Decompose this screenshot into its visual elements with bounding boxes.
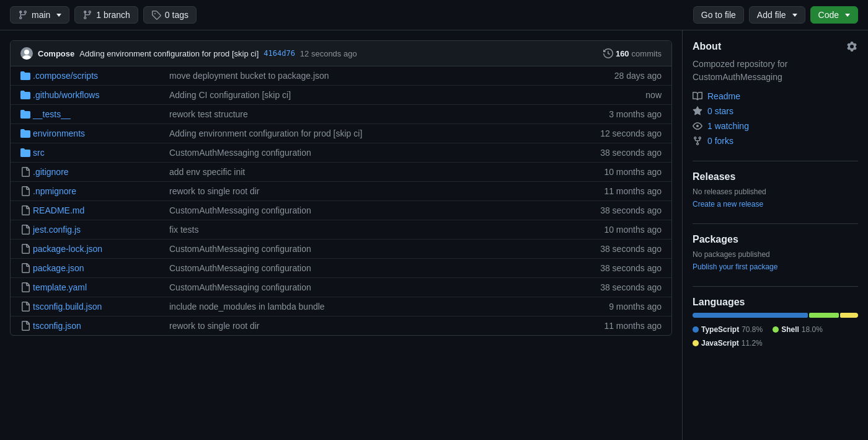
file-time: 10 months ago — [581, 167, 662, 177]
table-row: .compose/scriptsmove deployment bucket t… — [11, 66, 671, 86]
table-row: __tests__rework test structure3 months a… — [11, 105, 671, 124]
language-bar — [693, 313, 858, 318]
star-icon — [693, 106, 702, 116]
commit-author[interactable]: Compose — [38, 49, 74, 58]
file-commit-message: Adding CI configuration [skip ci] — [169, 90, 581, 100]
watching-meta: 1 watching — [693, 121, 858, 131]
branch-count-label: 1 branch — [96, 10, 130, 20]
releases-no-text: No releases published — [693, 187, 858, 196]
languages-title: Languages — [693, 297, 858, 308]
file-name[interactable]: tsconfig.json — [33, 321, 169, 331]
file-name[interactable]: .compose/scripts — [33, 71, 169, 81]
language-item: Shell 18.0% — [773, 325, 823, 334]
file-time: 38 seconds ago — [581, 148, 662, 158]
language-bar-segment — [809, 313, 838, 318]
file-commit-message: rework to single root dir — [169, 186, 581, 196]
readme-link[interactable]: Readme — [707, 91, 740, 101]
file-time: 12 seconds ago — [581, 128, 662, 138]
commit-message: Adding environment configuration for pro… — [79, 49, 259, 58]
file-commit-message: rework test structure — [169, 109, 581, 119]
language-list: TypeScript 70.8% Shell 18.0% JavaScript … — [693, 325, 858, 348]
tag-count-btn[interactable]: 0 tags — [143, 6, 197, 24]
branch-count-btn[interactable]: 1 branch — [74, 6, 138, 24]
file-name[interactable]: environments — [33, 128, 169, 138]
file-time: now — [581, 90, 662, 100]
file-time: 3 months ago — [581, 109, 662, 119]
table-row: .npmignorerework to single root dir11 mo… — [11, 182, 671, 201]
divider-2 — [693, 223, 858, 224]
history-icon — [603, 48, 613, 58]
file-icon — [20, 167, 33, 177]
sidebar: About Compozed repository for CustomAuth… — [682, 30, 868, 440]
file-commit-message: CustomAuthMessaging configuration — [169, 244, 581, 254]
create-release-link[interactable]: Create a new release — [693, 200, 763, 209]
table-row: package.jsonCustomAuthMessaging configur… — [11, 259, 671, 278]
lang-pct: 18.0% — [802, 325, 823, 334]
commits-label: commits — [632, 49, 662, 58]
file-icon — [20, 225, 33, 235]
content-area: Compose Adding environment configuration… — [0, 30, 868, 440]
main-panel: Compose Adding environment configuration… — [0, 30, 682, 440]
table-row: tsconfig.jsonrework to single root dir11… — [11, 317, 671, 335]
go-to-file-button[interactable]: Go to file — [693, 6, 744, 24]
file-commit-message: add env specific init — [169, 167, 581, 177]
file-name[interactable]: jest.config.js — [33, 225, 169, 235]
file-icon — [20, 282, 33, 292]
file-time: 38 seconds ago — [581, 244, 662, 254]
file-time: 38 seconds ago — [581, 205, 662, 215]
file-name[interactable]: .github/workflows — [33, 90, 169, 100]
folder-icon — [20, 128, 33, 138]
lang-name: TypeScript — [701, 325, 739, 334]
file-name[interactable]: package-lock.json — [33, 244, 169, 254]
commit-bar: Compose Adding environment configuration… — [11, 41, 671, 66]
tag-icon — [151, 10, 161, 20]
packages-no-text: No packages published — [693, 250, 858, 259]
folder-icon — [20, 90, 33, 100]
publish-package-link[interactable]: Publish your first package — [693, 263, 777, 271]
file-commit-message: CustomAuthMessaging configuration — [169, 282, 581, 292]
branch-label: main — [32, 10, 50, 20]
about-section: About Compozed repository for CustomAuth… — [693, 40, 858, 146]
table-row: jest.config.jsfix tests10 months ago — [11, 220, 671, 240]
branch-icon — [18, 10, 28, 20]
commit-hash[interactable]: 4164d76 — [264, 49, 295, 58]
file-name[interactable]: src — [33, 148, 169, 158]
forks-link[interactable]: 0 forks — [707, 136, 733, 146]
commits-number: 160 — [616, 49, 629, 58]
branch-selector[interactable]: main — [10, 6, 69, 24]
commit-time: 12 seconds ago — [300, 49, 357, 58]
stars-link[interactable]: 0 stars — [707, 106, 733, 116]
file-name[interactable]: README.md — [33, 205, 169, 215]
file-name[interactable]: .gitignore — [33, 167, 169, 177]
file-name[interactable]: template.yaml — [33, 282, 169, 292]
file-name[interactable]: package.json — [33, 263, 169, 273]
settings-button[interactable] — [846, 40, 858, 53]
folder-icon — [20, 71, 33, 81]
file-icon — [20, 205, 33, 215]
packages-section: Packages No packages published Publish y… — [693, 234, 858, 271]
releases-title: Releases — [693, 171, 858, 182]
file-time: 11 months ago — [581, 321, 662, 331]
about-title: About — [693, 40, 858, 53]
forks-meta: 0 forks — [693, 136, 858, 146]
svg-point-1 — [22, 55, 31, 60]
lang-name: Shell — [781, 325, 799, 334]
watching-link[interactable]: 1 watching — [707, 121, 749, 131]
add-file-button[interactable]: Add file — [749, 6, 805, 24]
table-row: .gitignoreadd env specific init10 months… — [11, 163, 671, 182]
code-button[interactable]: Code — [810, 6, 858, 24]
branch-count-icon — [82, 10, 92, 20]
file-name[interactable]: __tests__ — [33, 109, 169, 119]
readme-meta: Readme — [693, 91, 858, 101]
file-commit-message: move deployment bucket to package.json — [169, 71, 581, 81]
folder-icon — [20, 148, 33, 158]
book-icon — [693, 91, 702, 101]
lang-pct: 11.2% — [742, 339, 763, 348]
file-name[interactable]: .npmignore — [33, 186, 169, 196]
file-name[interactable]: tsconfig.build.json — [33, 302, 169, 312]
file-icon — [20, 321, 33, 331]
stars-meta: 0 stars — [693, 106, 858, 116]
tag-count-label: 0 tags — [165, 10, 188, 20]
code-dropdown-icon — [845, 14, 850, 17]
languages-section: Languages TypeScript 70.8% Shell 18.0% J… — [693, 297, 858, 348]
